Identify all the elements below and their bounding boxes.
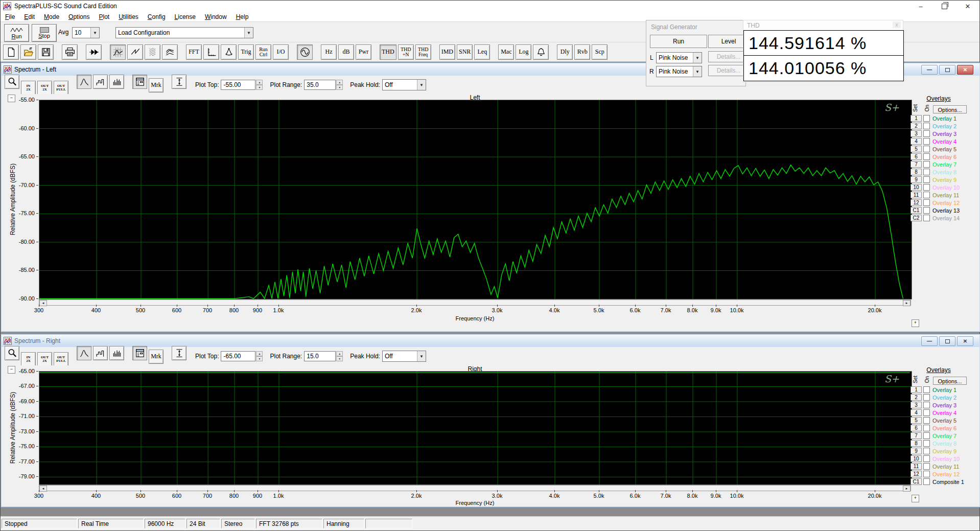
overlay-on-checkbox-6[interactable] [923,153,930,160]
overlay-on-checkbox-5[interactable] [923,417,930,424]
zoom-out-full-button[interactable]: OUTFULL [54,81,68,95]
zoom-out-2x-button[interactable]: OUT2X [37,81,52,95]
alarm-button[interactable] [533,44,549,60]
signal-generator-button[interactable] [297,44,313,60]
overlay-on-checkbox-5[interactable] [923,146,930,152]
zoom-in-2x-button[interactable]: IN2X [21,352,36,366]
hz-button[interactable]: Hz [321,44,337,60]
thd-button[interactable]: THD [380,44,396,60]
plot-range-spinner[interactable]: ▲▼ [336,80,343,90]
menu-item-config[interactable]: Config [143,13,170,21]
overlay-set-button-7[interactable]: 7 [911,161,922,168]
minimize-button[interactable]: — [921,65,938,75]
step-plot-button[interactable] [93,346,108,360]
bar-plot-button[interactable] [109,346,124,360]
surface-view-button[interactable] [162,44,178,60]
overlay-set-button-3[interactable]: 3 [911,402,922,408]
macro-button[interactable]: Mac [498,44,514,60]
overlay-on-checkbox-9[interactable] [923,448,930,454]
overlay-set-button-C1[interactable]: C1 [911,478,922,485]
overlay-set-button-5[interactable]: 5 [911,417,922,424]
overlay-on-checkbox-C1[interactable] [923,207,930,214]
time-series-view-button[interactable] [127,44,143,60]
overlay-on-checkbox-8[interactable] [923,169,930,175]
plot-range-input[interactable]: 15.0 [304,351,336,361]
run-control-button[interactable]: RunCtrl [255,44,271,60]
new-file-button[interactable] [3,44,19,60]
overlay-on-checkbox-2[interactable] [923,394,930,401]
overlay-on-checkbox-4[interactable] [923,409,930,416]
zoom-in-2x-button[interactable]: IN2X [21,81,36,95]
overlay-set-button-C1[interactable]: C1 [911,207,922,214]
spectrum-plot-area[interactable] [39,100,912,299]
open-file-button[interactable] [20,44,36,60]
overlay-set-button-7[interactable]: 7 [911,432,922,439]
plot-options-button[interactable] [132,346,147,360]
expand-plot-button[interactable]: + [912,319,919,327]
menu-item-help[interactable]: Help [231,13,253,21]
menu-item-options[interactable]: Options [64,13,94,21]
maximize-button[interactable] [939,336,955,346]
scroll-right-icon[interactable]: ► [903,300,911,306]
calibration-button[interactable] [221,44,237,60]
zoom-button[interactable] [5,75,19,89]
fft-settings-button[interactable]: FFT [186,44,202,60]
plot-options-button[interactable] [132,75,147,89]
overlay-on-checkbox-6[interactable] [923,425,930,431]
scaling-button[interactable] [203,44,219,60]
menu-item-edit[interactable]: Edit [19,13,39,21]
overlay-on-checkbox-11[interactable] [923,463,930,470]
overlay-set-button-10[interactable]: 10 [911,455,922,462]
minimize-button[interactable]: — [921,336,938,346]
autorange-button[interactable] [172,346,186,360]
overlay-on-checkbox-3[interactable] [923,130,930,137]
overlay-set-button-6[interactable]: 6 [911,425,922,431]
run-button[interactable]: Run [4,24,29,42]
scope-button[interactable]: Scp [592,44,608,60]
marker-button[interactable]: Mrk [149,78,164,93]
overlay-set-button-1[interactable]: 1 [911,115,922,122]
reverb-button[interactable]: Rvb [574,44,590,60]
overlay-on-checkbox-9[interactable] [923,176,930,183]
bar-plot-button[interactable] [109,75,124,89]
pwr-button[interactable]: Pwr [356,44,371,60]
overlay-set-button-11[interactable]: 11 [911,463,922,470]
overlay-set-button-2[interactable]: 2 [911,394,922,401]
overlay-on-checkbox-C2[interactable] [923,215,930,221]
minimize-button[interactable]: – [909,1,932,12]
print-button[interactable] [62,44,78,60]
avg-select[interactable]: 10▼ [72,27,100,38]
overlay-set-button-C2[interactable]: C2 [911,215,922,221]
maximize-button[interactable] [939,65,955,75]
peak-hold-select[interactable]: Off▼ [382,351,426,362]
line-plot-button[interactable] [77,75,91,89]
peak-hold-select[interactable]: Off▼ [382,79,426,90]
db-button[interactable]: dB [338,44,354,60]
fast-forward-button[interactable] [86,44,102,60]
overlay-on-checkbox-8[interactable] [923,440,930,447]
overlay-set-button-4[interactable]: 4 [911,409,922,416]
spectrum-plot-area[interactable] [39,371,912,485]
close-button[interactable]: ✕ [957,65,973,75]
marker-button[interactable]: Mrk [149,350,164,364]
plot-top-input[interactable]: -55.00 [221,80,255,90]
scroll-right-icon[interactable]: ► [903,486,911,492]
left-signal-select[interactable]: Pink Noise▼ [656,52,702,63]
overlay-set-button-4[interactable]: 4 [911,138,922,145]
io-device-button[interactable]: I/O [273,44,289,60]
delay-button[interactable]: Dly [557,44,573,60]
plot-top-input[interactable]: -65.00 [221,351,255,361]
spectrogram-view-button[interactable] [145,44,160,60]
stop-button[interactable]: Stop [32,24,57,42]
overlay-on-checkbox-1[interactable] [923,115,930,122]
overlay-on-checkbox-12[interactable] [923,199,930,206]
zoom-out-2x-button[interactable]: OUT2X [37,352,52,366]
overlay-set-button-6[interactable]: 6 [911,153,922,160]
zoom-out-full-button[interactable]: OUTFULL [54,352,68,366]
close-icon[interactable]: x [893,21,901,28]
overlay-on-checkbox-12[interactable] [923,471,930,477]
overlay-set-button-8[interactable]: 8 [911,440,922,447]
overlay-on-checkbox-2[interactable] [923,123,930,129]
load-configuration-select[interactable]: Load Configuration▼ [115,27,253,38]
overlay-on-checkbox-3[interactable] [923,402,930,408]
